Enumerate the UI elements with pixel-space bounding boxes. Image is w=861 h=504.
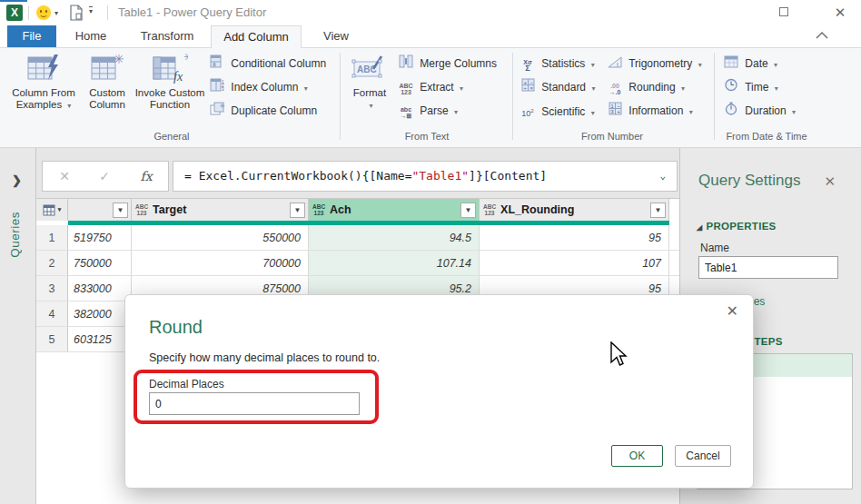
rounding-icon: .00→.0 [607,77,623,99]
query-name-input[interactable] [698,256,838,279]
fx-icon[interactable]: fx [130,162,163,191]
rounding-button[interactable]: .00→.0 Rounding ▾ [607,76,685,98]
chevron-down-icon: ▾ [67,102,71,110]
statistics-button[interactable]: XσΣ Statistics ▾ [520,53,595,74]
column-header-ach[interactable]: ABC123 Ach ▼ [309,199,480,221]
commit-formula-icon[interactable]: ✓ [88,162,121,191]
row-number: 1 [36,225,68,250]
table-row: 2 750000 700000 107.14 107 [36,251,679,276]
statistics-icon: XσΣ [520,54,536,75]
standard-button[interactable]: +−÷× Standard ▾ [520,76,595,98]
close-window-button[interactable]: ✕ [825,3,856,23]
filter-button[interactable]: ▼ [650,203,666,218]
invoke-custom-function-button[interactable]: ✳fx Invoke Custom Function [134,51,205,133]
chevron-down-icon: ▾ [454,108,458,116]
formula-suffix: ]}[Content] [469,169,547,183]
ribbon-add-column: Column From Examples ▾ ✳ Custom Column ✳… [0,47,861,148]
custom-column-icon: ✳ [82,53,133,87]
cancel-button[interactable]: Cancel [675,445,731,467]
column-header-1[interactable]: ▼ [68,199,132,221]
queries-pane-label[interactable]: Queries [8,212,22,258]
collapse-triangle-icon: ◢ [697,223,702,232]
tab-view[interactable]: View [316,25,356,47]
duplicate-column-button[interactable]: ✳ Duplicate Column [209,100,317,122]
trigonometry-icon [607,54,623,75]
format-label: Format [347,87,392,99]
window-accent [0,0,27,2]
power-query-editor-window: X ▾ ▾ Table1 - Power Query Editor ✕ File… [0,0,861,504]
cell: 700000 [132,251,309,275]
duration-button[interactable]: Duration ▾ [723,100,796,122]
svg-text:✳: ✳ [220,103,225,109]
expand-queries-icon[interactable]: ❯ [12,173,22,187]
expand-formula-icon[interactable]: ⌄ [659,162,666,191]
ok-button[interactable]: OK [611,445,663,467]
chevron-down-icon: ▾ [792,108,796,116]
column-from-examples-button[interactable]: Column From Examples ▾ [7,51,80,133]
column-type-icon[interactable]: ABC123 [135,203,148,216]
decimal-places-label: Decimal Places [149,378,224,390]
maximize-button[interactable] [768,3,799,23]
group-label-from-text: From Text [345,131,509,142]
tab-home[interactable]: Home [65,25,116,47]
row-number: 5 [36,327,68,351]
filter-button[interactable]: ▼ [460,203,476,218]
toolbar-options-icon[interactable]: ▾ [89,6,93,16]
divider [512,53,513,140]
invoke-custom-function-label2: Function [134,99,205,111]
trigonometry-button[interactable]: Trigonometry ▾ [607,53,702,74]
merge-columns-button[interactable]: Merge Columns [398,53,497,74]
close-panel-icon[interactable]: ✕ [824,173,836,190]
divider [340,53,341,140]
tab-add-column[interactable]: Add Column [211,25,302,48]
scientific-button[interactable]: 102 Scientific ▾ [520,100,595,122]
properties-section-header[interactable]: ◢PROPERTIES [697,221,777,232]
statistics-label: Statistics [541,57,585,70]
dialog-title: Round [149,317,203,338]
collapse-ribbon-icon[interactable] [816,32,828,39]
scientific-label: Scientific [541,105,585,118]
chevron-down-icon: ▾ [369,102,372,110]
time-button[interactable]: Time ▾ [723,76,778,98]
decimal-places-input[interactable] [149,392,360,415]
index-column-icon: 123 [209,77,225,99]
cell: 603125 [68,327,132,351]
tab-file[interactable]: File [7,25,56,47]
cell: 519750 [68,225,132,250]
column-type-icon[interactable]: ABC123 [312,203,325,216]
cell: 107.14 [309,251,480,275]
chevron-down-icon[interactable]: ▾ [54,9,58,17]
close-dialog-icon[interactable]: ✕ [727,302,738,320]
information-button[interactable]: 1−3+ Information ▾ [607,100,693,122]
document-icon[interactable] [69,5,84,21]
queries-pane-collapsed: ❯ Queries [0,148,36,504]
tab-transform[interactable]: Transform [131,25,203,47]
extract-icon: ABC123 [398,77,414,99]
date-button[interactable]: Date ▾ [723,53,777,74]
column-type-icon[interactable]: ABC123 [483,203,496,216]
table-select-all-button[interactable]: ▾ [36,199,68,221]
parse-button[interactable]: abc→⊞ Parse ▾ [398,100,458,122]
svg-text:+: + [617,109,620,114]
formula-input[interactable]: = Excel.CurrentWorkbook(){[Name="Table1"… [173,161,678,192]
chevron-down-icon: ▾ [58,206,62,213]
round-dialog: ✕ Round Specify how many decimal places … [124,294,754,489]
conditional-column-button[interactable]: ± Conditional Column [209,53,326,74]
extract-button[interactable]: ABC123 Extract ▾ [398,76,463,98]
properties-header-label: PROPERTIES [706,221,776,232]
filter-button[interactable]: ▼ [113,203,128,218]
index-column-label: Index Column [231,81,298,94]
format-button[interactable]: ABC Format ▾ [347,51,392,133]
chevron-down-icon: ▾ [591,109,595,117]
filter-button[interactable]: ▼ [290,203,305,218]
column-header-target[interactable]: ABC123 Target ▼ [132,199,309,221]
cancel-formula-icon[interactable]: ✕ [48,162,81,191]
column-from-examples-icon [7,53,80,87]
standard-label: Standard [541,81,586,94]
index-column-button[interactable]: 123 Index Column ▾ [209,76,308,98]
column-header-xl-rounding[interactable]: ABC123 XL_Rounding ▼ [480,199,669,221]
parse-icon: abc→⊞ [398,101,414,123]
custom-column-button[interactable]: ✳ Custom Column [82,51,133,133]
feedback-smiley-icon[interactable] [36,5,51,20]
table-row: 1 519750 550000 94.5 95 [36,225,679,251]
